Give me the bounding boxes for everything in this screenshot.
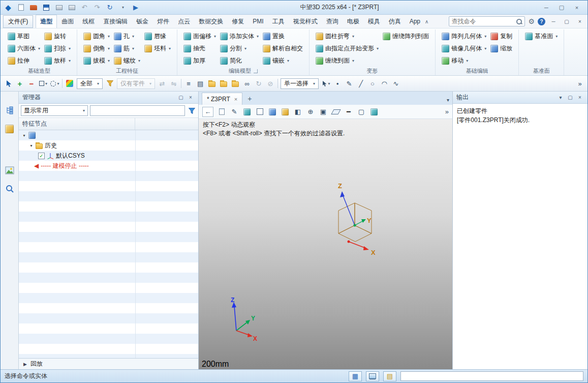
dropdown-arrow-icon[interactable]: ▾ [108,46,110,51]
sketch-button[interactable]: 草图 [6,30,42,42]
scale-button[interactable]: 缩放 [488,42,514,54]
gear-icon[interactable]: ⚙ [528,17,535,25]
minimize-button[interactable]: ─ [539,3,554,13]
face-offset-button[interactable]: 面偏移▾ [181,30,218,42]
stock-button[interactable]: 坯料▾ [142,42,173,54]
selection-frame-icon[interactable]: ▣ [319,107,328,117]
shell-button[interactable]: 抽壳 [181,42,218,54]
dropdown-arrow-icon[interactable]: ▾ [108,58,110,63]
qat-dropdown-icon[interactable]: ▾ [118,3,128,12]
tab-list-icon[interactable]: ▾ [447,97,449,103]
divide-button[interactable]: 分割▾ [218,42,261,54]
entity-filter-funnel-icon[interactable] [105,78,114,89]
tab-sheet-metal[interactable]: 钣金 [132,15,152,28]
tree-row-default-csys[interactable]: ✓ 默认CSYS [19,151,198,161]
dropdown-arrow-icon[interactable]: ▾ [69,46,71,51]
visual-manager-icon[interactable] [4,165,15,176]
pick-cursor-dropdown-icon[interactable]: ▾ [321,78,330,89]
datum-plane-button[interactable]: 基准面▾ [523,30,560,42]
dropdown-arrow-icon[interactable]: ▾ [352,34,354,39]
tab-point-cloud[interactable]: 点云 [174,15,194,28]
graphics-canvas[interactable]: 按下<F2> 动态观察 <F8> 或者 <Shift-roll> 查找下一个有效… [199,119,452,369]
tree-search-input[interactable] [90,105,185,116]
history-manager-icon[interactable] [4,105,15,116]
tab-shape[interactable]: 造型 [36,15,57,28]
batch-print-button[interactable] [67,3,76,12]
cylindrical-bend-button[interactable]: 圆柱折弯▾ [314,30,381,42]
folder-up-tool-icon[interactable] [231,78,240,89]
tab-weldment[interactable]: 焊件 [153,15,173,28]
visibility-checkbox[interactable]: ✓ [38,153,45,159]
twist-from-point-button[interactable]: 由指定点开始变形▾ [314,42,381,54]
doc-restore-icon[interactable]: ▢ [562,17,572,26]
tab-simulation[interactable]: 仿真 [385,15,405,28]
tab-visual-style[interactable]: 视觉样式 [289,15,322,28]
tab-surface[interactable]: 曲面 [57,15,78,28]
dialog-launcher-icon[interactable] [254,69,258,73]
swap-selection-icon[interactable]: ⇄ [158,78,167,89]
draft-button[interactable]: 拔模▾ [81,54,112,67]
command-search[interactable] [449,16,525,26]
float-panel-icon[interactable]: ▢ [566,94,574,102]
circle-tool-icon[interactable]: ○ [368,78,377,89]
target-point-icon[interactable]: ⊕ [306,107,315,117]
tab-pmi[interactable]: PMI [249,16,267,27]
output-log[interactable]: 已创建零件 [零件001.Z3PRT]关闭成功. [453,104,587,369]
window-select-icon[interactable]: ▾ [39,78,48,89]
float-panel-icon[interactable]: ▢ [177,94,185,102]
canvas-toolbar-overflow-icon[interactable]: » [445,108,449,115]
tab-tools[interactable]: 工具 [268,15,289,28]
dropdown-arrow-icon[interactable]: ▾ [484,46,486,51]
layer-display-icon[interactable] [369,107,379,117]
close-panel-icon[interactable]: × [576,94,584,102]
wireframe-display-icon[interactable] [255,107,264,117]
search-input[interactable] [451,18,514,25]
chamfer-button[interactable]: 倒角▾ [81,42,112,54]
tree-filter-icon[interactable] [187,106,196,116]
dropdown-arrow-icon[interactable]: ▾ [484,34,486,39]
replay-section[interactable]: ▶ 回放 [19,358,198,369]
stop-arrow-icon[interactable]: ◀ [34,162,39,169]
thread-button[interactable]: 螺纹▾ [112,54,142,67]
tab-close-icon[interactable]: × [234,96,237,102]
tab-direct-edit[interactable]: 直接编辑 [99,15,132,28]
shaded-display-icon[interactable] [242,107,252,117]
inlay-button[interactable]: 镶嵌▾ [261,54,305,67]
toolbar-overflow-icon[interactable]: » [575,78,584,89]
help-icon[interactable]: ? [538,18,545,25]
dropdown-arrow-icon[interactable]: ▾ [555,34,558,39]
spline-tool-icon[interactable]: ∿ [391,78,400,89]
dropdown-arrow-icon[interactable]: ▾ [352,58,354,63]
close-button[interactable]: × [569,3,584,13]
filter-all-select[interactable]: 全部▾ [77,78,103,89]
dropdown-arrow-icon[interactable]: ▾ [108,34,110,39]
link-icon[interactable]: ∞ [242,78,252,89]
close-panel-icon[interactable]: × [187,94,195,102]
simplify-button[interactable]: 简化 [218,54,261,67]
color-filter-icon[interactable] [65,78,74,89]
expander-icon[interactable]: ▾ [22,133,26,138]
thicken-button[interactable]: 加厚 [181,54,218,67]
print-button[interactable] [54,3,64,12]
datum-plane-display-icon[interactable] [331,107,341,117]
undo-button[interactable]: ↶ [80,3,89,12]
dropdown-arrow-icon[interactable]: ▾ [466,58,468,63]
sweep-button[interactable]: 扫掠▾ [42,42,73,54]
back-icon[interactable]: ← [202,107,213,117]
remove-selection-icon[interactable]: − [27,78,36,89]
open-file-button[interactable] [29,3,38,12]
appearance-icon[interactable] [281,107,290,117]
add-folder-tool-icon[interactable] [219,78,228,89]
mirror-geometry-button[interactable]: 镜像几何体▾ [440,42,488,54]
dropdown-arrow-icon[interactable]: ▾ [132,34,134,39]
tab-app[interactable]: App [406,16,424,27]
monitor-icon[interactable] [366,371,379,381]
show-mode-select[interactable]: 显示常用▾ [21,105,88,116]
fillet-button[interactable]: 圆角▾ [81,30,112,42]
dropdown-arrow-icon[interactable]: ▾ [244,46,246,51]
doc-minimize-icon[interactable]: ─ [548,17,559,26]
rib-button[interactable]: 筋▾ [112,42,142,54]
dropdown-arrow-icon[interactable]: ▾ [287,58,289,63]
lip-button[interactable]: 唇缘 [142,30,173,42]
pick-mode-select[interactable]: 单一选择▾ [281,78,319,89]
